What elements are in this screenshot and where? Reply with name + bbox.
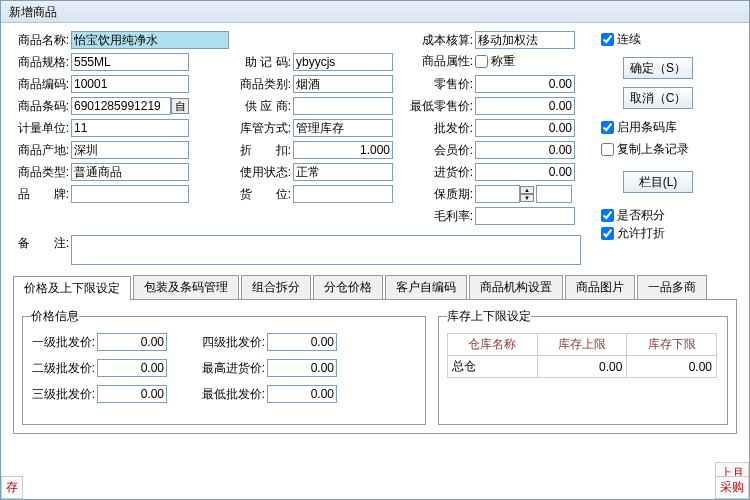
allow-discount-checkbox[interactable] bbox=[601, 227, 614, 240]
wholesale-input[interactable] bbox=[475, 119, 575, 137]
remark-input[interactable] bbox=[71, 235, 581, 265]
table-row[interactable]: 总仓 0.00 0.00 bbox=[448, 356, 717, 378]
tab-combo-split[interactable]: 组合拆分 bbox=[241, 275, 311, 299]
tab-org-setting[interactable]: 商品机构设置 bbox=[469, 275, 563, 299]
dialog-body: 商品名称: 商品规格: 商品编码: 商品条码: 自 计量单位: 商品产地: bbox=[1, 23, 749, 442]
points-checkbox-wrap[interactable]: 是否积分 bbox=[601, 207, 665, 224]
weigh-label: 称重 bbox=[491, 53, 515, 70]
code-input[interactable] bbox=[71, 75, 189, 93]
cost-input[interactable] bbox=[475, 31, 575, 49]
label-supplier: 供 应 商: bbox=[235, 98, 291, 115]
dialog-window: 新增商品 商品名称: 商品规格: 商品编码: 商品条码: 自 计量单位: bbox=[0, 0, 750, 500]
copy-prev-checkbox[interactable] bbox=[601, 143, 614, 156]
lv1-input[interactable] bbox=[97, 333, 167, 351]
status-input[interactable] bbox=[293, 163, 393, 181]
member-input[interactable] bbox=[475, 141, 575, 159]
pos-input[interactable] bbox=[293, 185, 393, 203]
label-unit: 计量单位: bbox=[13, 120, 69, 137]
label-purchase: 进货价: bbox=[407, 164, 473, 181]
auto-barcode-button[interactable]: 自 bbox=[171, 98, 189, 114]
label-member: 会员价: bbox=[407, 142, 473, 159]
label-lv3: 三级批发价: bbox=[31, 386, 95, 403]
stock-limit-legend: 库存上下限设定 bbox=[447, 308, 531, 325]
cell-lower: 0.00 bbox=[627, 356, 717, 378]
label-shelf: 保质期: bbox=[407, 186, 473, 203]
col-upper: 库存上限 bbox=[537, 334, 627, 356]
spec-input[interactable] bbox=[71, 53, 189, 71]
form-area: 商品名称: 商品规格: 商品编码: 商品条码: 自 计量单位: 商品产地: bbox=[13, 31, 737, 271]
tab-content: 价格信息 一级批发价: 二级批发价: 三级批发价: 四级批发价: 最高进货价: … bbox=[13, 300, 737, 434]
points-checkbox[interactable] bbox=[601, 209, 614, 222]
tab-image[interactable]: 商品图片 bbox=[565, 275, 635, 299]
supplier-input[interactable] bbox=[293, 97, 393, 115]
enable-barcode-checkbox-wrap[interactable]: 启用条码库 bbox=[601, 119, 677, 136]
stock-mode-input[interactable] bbox=[293, 119, 393, 137]
type-input[interactable] bbox=[71, 163, 189, 181]
label-spec: 商品规格: bbox=[13, 54, 69, 71]
label-min-retail: 最低零售价: bbox=[407, 98, 473, 115]
brand-input[interactable] bbox=[71, 185, 189, 203]
tabs-bar: 价格及上下限设定 包装及条码管理 组合拆分 分仓价格 客户自编码 商品机构设置 … bbox=[13, 275, 737, 300]
shelf-input[interactable] bbox=[475, 185, 520, 203]
label-cost: 成本核算: bbox=[407, 32, 473, 49]
tab-customer-code[interactable]: 客户自编码 bbox=[385, 275, 467, 299]
enable-barcode-checkbox[interactable] bbox=[601, 121, 614, 134]
lv2-input[interactable] bbox=[97, 359, 167, 377]
weigh-checkbox-wrap[interactable]: 称重 bbox=[475, 53, 515, 70]
label-margin: 毛利率: bbox=[407, 208, 473, 225]
column-button[interactable]: 栏目(L) bbox=[623, 171, 693, 193]
label-discount: 折 扣: bbox=[235, 142, 291, 159]
cancel-button[interactable]: 取消（C） bbox=[623, 87, 693, 109]
discount-input[interactable] bbox=[293, 141, 393, 159]
label-wholesale: 批发价: bbox=[407, 120, 473, 137]
barcode-input[interactable] bbox=[71, 97, 171, 115]
label-max-in: 最高进货价: bbox=[201, 360, 265, 377]
label-type: 商品类型: bbox=[13, 164, 69, 181]
lv3-input[interactable] bbox=[97, 385, 167, 403]
tab-multi-supplier[interactable]: 一品多商 bbox=[637, 275, 707, 299]
cell-warehouse: 总仓 bbox=[448, 356, 538, 378]
max-in-input[interactable] bbox=[267, 359, 337, 377]
label-min-out: 最低批发价: bbox=[201, 386, 265, 403]
mnemonic-input[interactable] bbox=[293, 53, 393, 71]
unit-input[interactable] bbox=[71, 119, 189, 137]
purchase-input[interactable] bbox=[475, 163, 575, 181]
dialog-title: 新增商品 bbox=[1, 1, 749, 23]
footer-right2-button[interactable]: 采购 bbox=[715, 476, 749, 499]
continuous-checkbox[interactable] bbox=[601, 33, 614, 46]
allow-discount-checkbox-wrap[interactable]: 允许打折 bbox=[601, 225, 665, 242]
label-attr: 商品属性: bbox=[407, 53, 473, 70]
price-info-legend: 价格信息 bbox=[31, 308, 79, 325]
points-label: 是否积分 bbox=[617, 207, 665, 224]
label-lv2: 二级批发价: bbox=[31, 360, 95, 377]
retail-input[interactable] bbox=[475, 75, 575, 93]
category-input[interactable] bbox=[293, 75, 393, 93]
footer-left-button[interactable]: 存 bbox=[1, 476, 23, 499]
product-name-input[interactable] bbox=[71, 31, 229, 49]
min-retail-input[interactable] bbox=[475, 97, 575, 115]
tab-package-barcode[interactable]: 包装及条码管理 bbox=[133, 275, 239, 299]
ok-button[interactable]: 确定（S） bbox=[623, 57, 693, 79]
min-out-input[interactable] bbox=[267, 385, 337, 403]
label-retail: 零售价: bbox=[407, 76, 473, 93]
stock-limit-table: 仓库名称 库存上限 库存下限 总仓 0.00 0.00 bbox=[447, 333, 717, 378]
label-pos: 货 位: bbox=[235, 186, 291, 203]
continuous-checkbox-wrap[interactable]: 连续 bbox=[601, 31, 641, 48]
label-barcode: 商品条码: bbox=[13, 98, 69, 115]
margin-input[interactable] bbox=[475, 207, 575, 225]
copy-prev-label: 复制上条记录 bbox=[617, 141, 689, 158]
tab-warehouse-price[interactable]: 分仓价格 bbox=[313, 275, 383, 299]
spin-down[interactable]: ▼ bbox=[520, 194, 534, 202]
tab-price-limits[interactable]: 价格及上下限设定 bbox=[13, 276, 131, 300]
shelf-spin[interactable]: ▲▼ bbox=[520, 186, 534, 202]
lv4-input[interactable] bbox=[267, 333, 337, 351]
spin-up[interactable]: ▲ bbox=[520, 186, 534, 194]
origin-input[interactable] bbox=[71, 141, 189, 159]
shelf-unit-input[interactable] bbox=[536, 185, 572, 203]
copy-prev-checkbox-wrap[interactable]: 复制上条记录 bbox=[601, 141, 689, 158]
enable-barcode-label: 启用条码库 bbox=[617, 119, 677, 136]
weigh-checkbox[interactable] bbox=[475, 55, 488, 68]
label-origin: 商品产地: bbox=[13, 142, 69, 159]
label-lv1: 一级批发价: bbox=[31, 334, 95, 351]
col-warehouse: 仓库名称 bbox=[448, 334, 538, 356]
